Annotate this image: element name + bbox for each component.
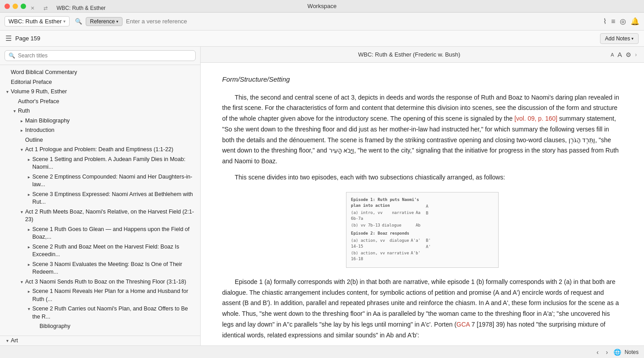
volume-9-arrow-icon — [4, 89, 11, 95]
art-arrow-icon — [4, 338, 11, 344]
content-chevron-icon[interactable]: › — [635, 52, 637, 58]
vol-link[interactable]: [vol. 09, p. 160] — [514, 115, 557, 122]
circle-icon[interactable]: ◎ — [620, 17, 626, 26]
sidebar-item-art[interactable]: Art — [0, 336, 200, 346]
sidebar-item-act3-scene2[interactable]: Scene 2 Ruth Carries out Naomi's Plan, a… — [0, 304, 200, 322]
settings-icon[interactable]: ⚙ — [626, 51, 631, 58]
sidebar-item-act3-scene1[interactable]: Scene 1 Naomi Reveals Her Plan for a Hom… — [0, 287, 200, 304]
notes-label[interactable]: Notes — [625, 349, 639, 355]
sidebar-item-act2-scene3[interactable]: Scene 3 Naomi Evaluates the Meeting: Boa… — [0, 260, 200, 277]
paragraph-1: This, the second and central scene of ac… — [222, 92, 622, 167]
act3-scene2-arrow-icon — [25, 306, 32, 312]
sidebar-item-translation[interactable]: Translation — [0, 332, 200, 334]
act2-arrow-icon — [18, 209, 25, 215]
word-biblical-commentary-label: Word Biblical Commentary — [11, 69, 197, 77]
content-body: Form/Structure/Setting This, the second … — [201, 63, 644, 345]
bottom-bar: ‹ › 🌐 Notes — [0, 345, 644, 358]
para2-text: This scene divides into two episodes, ea… — [235, 174, 505, 181]
page-label: Page 159 — [15, 35, 40, 42]
add-notes-arrow-icon: ▾ — [631, 36, 634, 41]
act2-label: Act 2 Ruth Meets Boaz, Naomi's Relative,… — [25, 208, 197, 224]
act2-scene2-arrow-icon — [25, 244, 32, 250]
act1-scene3-label: Scene 3 Emptiness Expressed: Naomi Arriv… — [32, 191, 197, 206]
sidebar-search-wrap: 🔍 — [4, 50, 196, 61]
act1-scene2-arrow-icon — [25, 174, 32, 180]
sidebar-item-act1-scene2[interactable]: Scene 2 Emptiness Compounded: Naomi and … — [0, 172, 200, 190]
search-icon[interactable]: 🔍 — [75, 18, 82, 25]
translation-label: Translation — [39, 332, 197, 334]
sidebar-item-main-bibliography[interactable]: Main Bibliography — [0, 116, 200, 126]
act3-label: Act 3 Naomi Sends Ruth to Boaz on the Th… — [25, 278, 197, 286]
act1-scene1-label: Scene 1 Setting and Problem. A Judean Fa… — [32, 156, 197, 171]
act3-scene2-label: Scene 2 Ruth Carries out Naomi's Plan, a… — [32, 305, 197, 321]
art-label: Art — [11, 337, 197, 345]
nav-back-button[interactable]: ‹ — [595, 348, 600, 357]
sidebar-item-ruth[interactable]: Ruth — [0, 106, 200, 116]
reference-label: Reference — [90, 18, 114, 25]
ruth-arrow-icon — [11, 108, 18, 114]
pagebar: ☰ Page 159 Add Notes ▾ — [0, 31, 644, 47]
act3-arrow-icon — [18, 279, 25, 285]
tab-expand-icon[interactable]: ⇄ — [40, 4, 51, 12]
sidebar-item-word-biblical-commentary[interactable]: Word Biblical Commentary — [0, 68, 200, 78]
sidebar-item-outline[interactable]: Outline — [0, 135, 200, 145]
main-bibliography-arrow-icon — [18, 118, 25, 124]
add-notes-button[interactable]: Add Notes ▾ — [600, 33, 639, 44]
tab-label[interactable]: WBC: Ruth & Esther — [53, 4, 109, 12]
content-header: WBC: Ruth & Esther (Frederic w. Bush) A … — [201, 47, 644, 63]
introduction-label: Introduction — [25, 127, 197, 135]
act3-scene1-arrow-icon — [25, 288, 32, 295]
sidebar-item-act2-scene2[interactable]: Scene 2 Ruth and Boaz Meet on the Harves… — [0, 242, 200, 260]
tab-bar: ✕ ⇄ WBC: Ruth & Esther — [0, 4, 109, 12]
reference-pill[interactable]: Reference ▾ — [86, 17, 122, 26]
sidebar-item-act1-scene3[interactable]: Scene 3 Emptiness Expressed: Naomi Arriv… — [0, 190, 200, 207]
nav-forward-button[interactable]: › — [604, 348, 610, 357]
tab-close-icon[interactable]: ✕ — [27, 4, 38, 12]
sidebar-item-editorial-preface[interactable]: Editorial Preface — [0, 78, 200, 87]
book-title: WBC: Ruth & Esther — [9, 18, 61, 25]
outline-label: Outline — [25, 136, 197, 144]
gca-link[interactable]: GCA — [456, 321, 470, 328]
book-selector[interactable]: WBC: Ruth & Esther ▾ — [4, 16, 70, 26]
tilde-icon[interactable]: ⌇ — [603, 17, 607, 26]
diagram-box: Episode 1: Ruth puts Naomi's plan into a… — [346, 192, 499, 268]
titlebar: Workspace ✕ ⇄ WBC: Ruth & Esther — [0, 0, 644, 13]
volume-9-label: Volume 9 Ruth, Esther — [11, 88, 197, 96]
ruth-label: Ruth — [18, 107, 197, 115]
toolbar: WBC: Ruth & Esther ▾ 🔍 Reference ▾ ⌇ ≡ ◎… — [0, 13, 644, 31]
sidebar-item-volume-9[interactable]: Volume 9 Ruth, Esther — [0, 87, 200, 97]
hebrew2-text: וַיָּבֹא הָעִיר — [329, 147, 355, 154]
sidebar-item-act1-scene1[interactable]: Scene 1 Setting and Problem. A Judean Fa… — [0, 155, 200, 172]
sidebar-search-input[interactable] — [18, 52, 192, 59]
diagram-container: Episode 1: Ruth puts Naomi's plan into a… — [222, 192, 622, 268]
act2-scene3-label: Scene 3 Naomi Evaluates the Meeting: Boa… — [32, 261, 197, 276]
search-bar: 🔍 — [75, 18, 82, 25]
sidebar-item-introduction[interactable]: Introduction — [0, 126, 200, 135]
act2-scene2-label: Scene 2 Ruth and Boaz Meet on the Harves… — [32, 243, 197, 259]
paragraph-3: Episode 1 (a) formally corresponds with … — [222, 277, 622, 341]
globe-icon[interactable]: 🌐 — [613, 349, 621, 356]
act3-scene1-label: Scene 1 Naomi Reveals Her Plan for a Hom… — [32, 288, 197, 303]
sidebar-search-icon: 🔍 — [9, 52, 15, 59]
sidebar-item-authors-preface[interactable]: Author's Preface — [0, 97, 200, 107]
bell-icon[interactable]: 🔔 — [631, 17, 640, 26]
act1-scene1-arrow-icon — [25, 157, 32, 163]
editorial-preface-label: Editorial Preface — [11, 79, 197, 87]
sidebar-item-bibliography[interactable]: Bibliography — [0, 322, 200, 332]
window-title: Workspace — [307, 3, 337, 9]
section-title: Form/Structure/Setting — [222, 74, 622, 85]
list-icon[interactable]: ≡ — [611, 17, 615, 26]
sidebar-item-act1[interactable]: Act 1 Prologue and Problem: Death and Em… — [0, 145, 200, 155]
sidebar-item-act2[interactable]: Act 2 Ruth Meets Boaz, Naomi's Relative,… — [0, 207, 200, 225]
sidebar-item-act3[interactable]: Act 3 Naomi Sends Ruth to Boaz on the Th… — [0, 277, 200, 287]
font-controls: A A ⚙ › — [611, 51, 637, 58]
add-notes-label: Add Notes — [605, 35, 630, 42]
font-increase-button[interactable]: A — [618, 51, 622, 58]
sidebar-item-act2-scene1[interactable]: Scene 1 Ruth Goes to Glean — and Happens… — [0, 225, 200, 242]
act1-arrow-icon — [18, 147, 25, 153]
font-decrease-button[interactable]: A — [611, 52, 614, 57]
verse-input[interactable] — [126, 18, 207, 25]
act1-scene2-label: Scene 2 Emptiness Compounded: Naomi and … — [32, 173, 197, 189]
menu-icon[interactable]: ☰ — [5, 34, 12, 43]
toolbar-right: ⌇ ≡ ◎ 🔔 — [603, 17, 640, 26]
